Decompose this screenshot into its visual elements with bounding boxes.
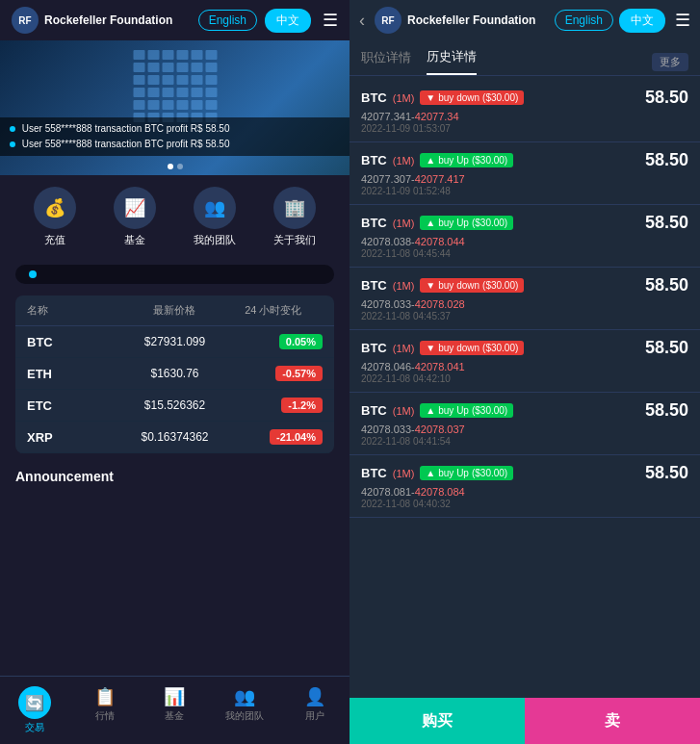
trade-nav-icon: 🔄 [18, 686, 51, 719]
history-row-middle: 42078.033-42078.028 [361, 298, 688, 310]
xrp-change-badge: -21.04% [224, 429, 323, 445]
menu-item-about[interactable]: 🏢 关于我们 [273, 187, 316, 247]
history-item[interactable]: BTC (1M) ▼ buy down ($30.00) 58.50 42078… [350, 330, 700, 393]
direction-badge: ▼ buy down ($30.00) [420, 341, 524, 355]
direction-badge: ▲ buy Up ($30.00) [420, 466, 513, 480]
history-row-top: BTC (1M) ▼ buy down ($30.00) 58.50 [361, 338, 688, 358]
menu-item-team-label: 我的团队 [194, 233, 236, 247]
direction-text: buy Up [438, 468, 469, 478]
btc-price: $27931.099 [125, 335, 223, 348]
nav-myteam[interactable]: 👥 我的团队 [210, 682, 280, 738]
direction-text: buy down [438, 92, 480, 103]
direction-arrow: ▼ [426, 343, 435, 353]
table-header: 名称 最新价格 24 小时变化 [15, 295, 334, 326]
profit-value: 58.50 [645, 400, 688, 421]
announcement-title: Announcement [15, 469, 114, 484]
col-change: 24 小时变化 [224, 303, 323, 318]
nav-myteam-label: 我的团队 [225, 709, 264, 723]
nav-trade-label: 交易 [25, 721, 44, 734]
logo-icon: RF [12, 7, 39, 34]
nav-user-label: 用户 [305, 709, 324, 723]
back-button[interactable]: ‹ [359, 11, 365, 31]
history-coin: BTC [361, 341, 387, 355]
price-start: 42078.033- [361, 298, 415, 310]
nav-market[interactable]: 📋 行情 [70, 682, 141, 738]
right-logo-text: Rockefeller Foundation [407, 13, 535, 27]
more-button[interactable]: 更多 [652, 53, 688, 71]
direction-amount: ($30.00) [482, 280, 518, 291]
nav-fund[interactable]: 📊 基金 [140, 682, 210, 738]
table-row[interactable]: XRP $0.16374362 -21.04% [15, 422, 334, 453]
history-time: 2022-11-09 01:52:48 [361, 186, 688, 196]
menu-item-recharge[interactable]: 💰 充值 [34, 187, 76, 247]
history-time: 2022-11-08 04:40:32 [361, 499, 688, 509]
sell-button[interactable]: 卖 [525, 698, 700, 744]
ticker-item-2: User 558****888 transaction BTC profit R… [10, 137, 340, 152]
history-row-middle: 42078.038-42078.044 [361, 236, 688, 247]
etc-price: $15.526362 [125, 398, 223, 412]
team-icon: 👥 [194, 187, 236, 229]
right-chinese-btn[interactable]: 中文 [619, 9, 665, 33]
history-item[interactable]: BTC (1M) ▼ buy down ($30.00) 58.50 42077… [350, 80, 700, 142]
etc-change: -1.2% [281, 398, 323, 413]
right-header: ‹ RF Rockefeller Foundation English 中文 ☰ [350, 0, 700, 40]
history-coin: BTC [361, 278, 387, 293]
price-start: 42077.341- [361, 111, 415, 122]
history-timeframe: (1M) [393, 343, 415, 354]
price-start: 42078.033- [361, 423, 415, 435]
direction-amount: ($30.00) [472, 218, 507, 228]
search-bar[interactable] [15, 265, 334, 284]
right-english-btn[interactable]: English [555, 10, 613, 31]
history-time: 2022-11-08 04:41:54 [361, 436, 688, 447]
profit-value: 58.50 [645, 88, 688, 108]
right-panel: ‹ RF Rockefeller Foundation English 中文 ☰… [350, 0, 700, 744]
english-lang-btn[interactable]: English [198, 10, 257, 31]
market-nav-icon: 📋 [94, 686, 116, 707]
direction-arrow: ▲ [426, 468, 435, 478]
myteam-nav-icon: 👥 [234, 686, 255, 707]
nav-trade[interactable]: 🔄 交易 [0, 682, 70, 738]
direction-badge: ▼ buy down ($30.00) [420, 278, 524, 293]
price-end: 42078.041 [415, 361, 465, 372]
history-item[interactable]: BTC (1M) ▲ buy Up ($30.00) 58.50 42078.0… [350, 455, 700, 518]
history-item[interactable]: BTC (1M) ▲ buy Up ($30.00) 58.50 42078.0… [350, 393, 700, 455]
nav-user[interactable]: 👤 用户 [279, 682, 350, 738]
history-item[interactable]: BTC (1M) ▲ buy Up ($30.00) 58.50 42077.3… [350, 142, 700, 205]
about-icon: 🏢 [273, 187, 316, 229]
menu-item-fund[interactable]: 📈 基金 [114, 187, 156, 247]
buy-button[interactable]: 购买 [350, 698, 525, 744]
tab-position-detail[interactable]: 职位详情 [361, 49, 411, 74]
table-row[interactable]: BTC $27931.099 0.05% [15, 326, 334, 358]
eth-change: -0.57% [275, 366, 323, 381]
hero-banner: User 558****888 transaction BTC profit R… [0, 40, 350, 175]
tab-history-detail[interactable]: 历史详情 [427, 48, 477, 75]
profit-value: 58.50 [645, 338, 688, 358]
history-left: BTC (1M) ▲ buy Up ($30.00) [361, 153, 513, 167]
chinese-lang-btn[interactable]: 中文 [265, 9, 311, 33]
history-left: BTC (1M) ▲ buy Up ($30.00) [361, 216, 513, 230]
direction-arrow: ▼ [426, 92, 435, 103]
direction-text: buy Up [438, 405, 469, 416]
right-hamburger-icon[interactable]: ☰ [675, 10, 690, 31]
table-row[interactable]: ETH $1630.76 -0.57% [15, 358, 334, 390]
table-row[interactable]: ETC $15.526362 -1.2% [15, 390, 334, 422]
hamburger-icon[interactable]: ☰ [323, 10, 338, 31]
profit-value: 58.50 [645, 150, 688, 170]
btc-change: 0.05% [279, 334, 323, 349]
history-left: BTC (1M) ▼ buy down ($30.00) [361, 90, 524, 105]
history-item[interactable]: BTC (1M) ▼ buy down ($30.00) 58.50 42078… [350, 268, 700, 330]
menu-item-team[interactable]: 👥 我的团队 [194, 187, 236, 247]
history-row-top: BTC (1M) ▲ buy Up ($30.00) 58.50 [361, 400, 688, 421]
price-end: 42078.044 [415, 236, 465, 247]
history-timeframe: (1M) [393, 468, 415, 479]
history-item[interactable]: BTC (1M) ▲ buy Up ($30.00) 58.50 42078.0… [350, 205, 700, 268]
quick-menu: 💰 充值 📈 基金 👥 我的团队 🏢 关于我们 [0, 175, 350, 259]
col-name: 名称 [27, 303, 125, 318]
nav-market-label: 行情 [95, 709, 115, 723]
fund-nav-icon: 📊 [164, 686, 185, 707]
logo: RF Rockefeller Foundation [12, 7, 191, 34]
left-panel: RF Rockefeller Foundation English 中文 ☰ [0, 0, 350, 744]
history-row-middle: 42078.033-42078.037 [361, 423, 688, 435]
menu-item-recharge-label: 充值 [44, 233, 65, 247]
history-timeframe: (1M) [393, 218, 415, 229]
